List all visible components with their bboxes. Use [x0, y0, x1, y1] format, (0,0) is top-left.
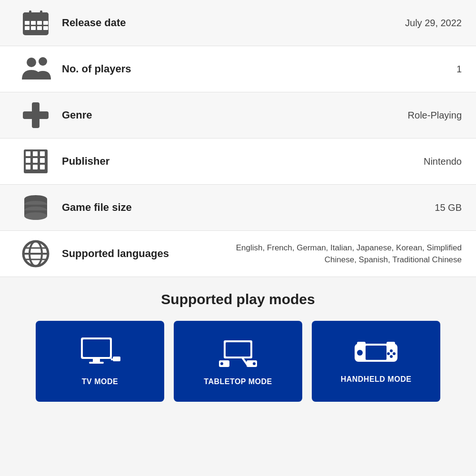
svg-rect-44 [93, 359, 100, 362]
svg-point-58 [390, 349, 393, 352]
play-mode-handheld-mode[interactable]: HANDHELD MODE [312, 321, 440, 402]
svg-rect-28 [33, 165, 38, 169]
svg-rect-63 [387, 342, 395, 345]
tabletop-icon [217, 337, 259, 372]
svg-point-16 [27, 58, 36, 67]
svg-point-54 [253, 362, 256, 365]
info-row-publisher: PublisherNintendo [0, 139, 476, 185]
svg-rect-47 [111, 358, 113, 360]
num-players-value: 1 [319, 64, 462, 75]
num-players-label: No. of players [57, 63, 319, 75]
tv-mode-label: TV MODE [82, 377, 118, 386]
file-size-value: 15 GB [319, 202, 462, 213]
publisher-label: Publisher [57, 155, 319, 168]
tabletop-mode-label: TABLETOP MODE [204, 377, 272, 386]
svg-rect-6 [25, 21, 30, 25]
calendar-icon [14, 9, 57, 37]
tv-icon [79, 337, 121, 372]
svg-point-57 [357, 350, 363, 356]
play-mode-tabletop-mode[interactable]: TABLETOP MODE [174, 321, 302, 402]
svg-rect-4 [23, 12, 49, 20]
svg-rect-8 [37, 21, 42, 25]
svg-point-61 [390, 355, 393, 358]
svg-rect-14 [29, 10, 31, 15]
handheld-icon [352, 339, 400, 369]
svg-rect-24 [26, 158, 30, 163]
publisher-icon [14, 147, 57, 176]
svg-point-60 [387, 352, 390, 355]
globe-icon [14, 239, 57, 268]
genre-value: Role-Playing [319, 110, 462, 121]
svg-point-17 [39, 57, 47, 66]
play-mode-tv-mode[interactable]: TV MODE [36, 321, 164, 402]
svg-rect-49 [226, 342, 250, 357]
genre-icon [14, 101, 57, 129]
svg-rect-45 [89, 362, 104, 364]
svg-rect-29 [40, 165, 45, 169]
svg-rect-46 [113, 357, 120, 361]
languages-label: Supported languages [57, 248, 224, 260]
svg-point-36 [24, 212, 47, 220]
play-modes-title: Supported play modes [14, 291, 462, 307]
svg-rect-25 [33, 158, 38, 163]
svg-rect-43 [83, 339, 110, 357]
svg-point-52 [220, 362, 223, 365]
svg-rect-11 [31, 26, 36, 30]
svg-rect-62 [357, 342, 366, 345]
play-modes-section: Supported play modes TV MODE TABLETOP MO… [0, 277, 476, 421]
genre-label: Genre [57, 109, 319, 121]
info-row-languages: Supported languagesEnglish, French, Germ… [0, 231, 476, 277]
players-icon [14, 55, 57, 83]
svg-rect-7 [31, 21, 36, 25]
filesize-icon [14, 193, 57, 222]
svg-rect-12 [37, 26, 42, 30]
play-modes-grid: TV MODE TABLETOP MODE HANDHELD MODE [14, 321, 462, 402]
info-row-num-players: No. of players1 [0, 46, 476, 92]
svg-rect-9 [43, 21, 48, 25]
svg-rect-21 [26, 151, 30, 156]
svg-rect-26 [40, 158, 45, 163]
info-row-release-date: Release dateJuly 29, 2022 [0, 0, 476, 46]
svg-rect-23 [40, 151, 45, 156]
svg-rect-19 [23, 111, 49, 119]
release-date-value: July 29, 2022 [319, 18, 462, 29]
languages-value: English, French, German, Italian, Japane… [224, 242, 462, 266]
svg-rect-13 [43, 26, 48, 30]
publisher-value: Nintendo [319, 156, 462, 167]
svg-rect-22 [33, 151, 38, 156]
svg-rect-15 [40, 10, 42, 15]
file-size-label: Game file size [57, 201, 319, 214]
release-date-label: Release date [57, 17, 319, 29]
handheld-mode-label: HANDHELD MODE [341, 375, 412, 384]
info-row-file-size: Game file size15 GB [0, 185, 476, 231]
svg-rect-56 [366, 346, 387, 360]
info-row-genre: GenreRole-Playing [0, 92, 476, 139]
svg-rect-10 [25, 26, 30, 30]
svg-point-59 [393, 352, 396, 355]
svg-rect-27 [26, 165, 30, 169]
